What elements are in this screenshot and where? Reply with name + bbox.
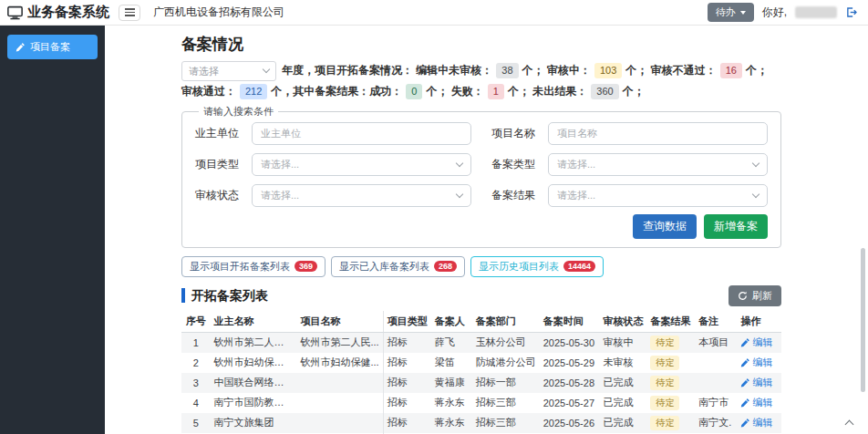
tab-list[interactable]: 显示已入库备案列表268 bbox=[331, 256, 465, 277]
cell-department: 玉林分公司 bbox=[472, 332, 540, 353]
cell-owner-name: 钦州市妇幼保健院 bbox=[210, 353, 296, 373]
table-row: 4南宁市国防教育训...招标蒋永东招标三部2025-05-27已完成待定南宁市编… bbox=[181, 393, 781, 413]
column-header: 备案人 bbox=[431, 311, 472, 333]
cell-no: 4 bbox=[181, 393, 210, 413]
chevron-down-icon bbox=[752, 191, 760, 198]
cell-audit-status: 已完成 bbox=[599, 413, 646, 433]
tab-count-badge: 14464 bbox=[563, 261, 595, 272]
column-header: 业主名称 bbox=[210, 311, 296, 333]
search-field: 项目类型请选择... bbox=[195, 153, 471, 176]
monitor-icon bbox=[7, 5, 23, 20]
cell-department: 招标三部 bbox=[472, 413, 540, 433]
search-field: 备案类型请选择... bbox=[491, 153, 768, 176]
tab-label: 显示项目开拓备案列表 bbox=[190, 260, 290, 274]
edit-link[interactable]: 编辑 bbox=[740, 336, 772, 349]
cell-filing-result: 待定 bbox=[646, 393, 695, 413]
stat-count-badge: 38 bbox=[496, 63, 518, 78]
column-header: 审核状态 bbox=[599, 311, 646, 333]
table-row: 1钦州市第二人民医院钦州市第二人民...招标薛飞玉林分公司2025-05-30审… bbox=[181, 332, 781, 353]
cell-remark bbox=[695, 373, 737, 393]
edit-icon bbox=[740, 358, 749, 367]
cell-no: 1 bbox=[181, 332, 210, 353]
edit-icon bbox=[740, 378, 749, 388]
pending-badge: 待定 bbox=[650, 376, 679, 390]
query-data-button[interactable]: 查询数据 bbox=[633, 214, 697, 239]
stat-count-badge: 16 bbox=[720, 63, 742, 78]
tab-count-badge: 268 bbox=[434, 261, 457, 272]
select-value: 请选择... bbox=[261, 189, 299, 202]
cell-no: 2 bbox=[181, 353, 210, 373]
cell-project-name: 钦州市第二人民... bbox=[296, 332, 383, 353]
sidebar-item-project-filing[interactable]: 项目备案 bbox=[7, 35, 98, 59]
cell-department: 招标一部 bbox=[472, 373, 540, 393]
menu-toggle-button[interactable] bbox=[119, 5, 140, 21]
cell-owner-name: 中国联合网络通信... bbox=[210, 373, 296, 393]
cell-filer: 蒋永东 bbox=[431, 413, 472, 433]
chevron-down-icon bbox=[456, 191, 463, 198]
stats-text: 个； 审核不通过： bbox=[625, 64, 716, 77]
cell-filer: 梁笛 bbox=[431, 353, 472, 373]
add-filing-button[interactable]: 新增备案 bbox=[704, 214, 768, 239]
cell-no: 3 bbox=[181, 373, 210, 393]
stats-summary: 请选择 年度，项目开拓备案情况： 编辑中未审核：38个； 审核中：103个； 审… bbox=[181, 60, 781, 101]
table-row: 2钦州市妇幼保健院钦州市妇幼保健...招标梁笛防城港分公司2025-05-29未… bbox=[181, 353, 781, 373]
todo-label: 待办 bbox=[716, 5, 736, 19]
page-title: 备案情况 bbox=[181, 34, 781, 55]
scrollbar-thumb[interactable] bbox=[861, 248, 865, 392]
cell-remark bbox=[695, 353, 737, 373]
audit-status-select[interactable]: 请选择... bbox=[252, 184, 471, 207]
stat-count-badge: 103 bbox=[594, 63, 622, 78]
edit-link[interactable]: 编辑 bbox=[740, 356, 772, 369]
cell-actions: 编辑 bbox=[737, 332, 781, 353]
cell-filing-result: 待定 bbox=[646, 353, 695, 373]
year-select-value: 请选择 bbox=[189, 61, 219, 81]
cell-actions: 编辑 bbox=[737, 373, 781, 393]
tab-list[interactable]: 显示项目开拓备案列表369 bbox=[181, 256, 326, 277]
cell-department: 招标三部 bbox=[472, 393, 540, 413]
owner-unit-input[interactable] bbox=[252, 122, 471, 145]
edit-icon bbox=[740, 398, 749, 408]
back-to-top-button[interactable] bbox=[846, 415, 852, 431]
field-label: 项目类型 bbox=[195, 157, 252, 172]
edit-link[interactable]: 编辑 bbox=[740, 416, 772, 429]
stat-count-badge: 1 bbox=[488, 84, 504, 99]
project-name-input[interactable] bbox=[548, 122, 768, 145]
greeting-text: 你好, bbox=[762, 5, 787, 20]
cell-filer: 薛飞 bbox=[431, 332, 472, 353]
column-header: 项目名称 bbox=[296, 311, 383, 333]
cell-owner-name: 钦州市第二人民医院 bbox=[210, 332, 296, 353]
cell-filing-date: 2025-05-29 bbox=[540, 353, 600, 373]
search-field: 项目名称 bbox=[491, 122, 768, 145]
list-tabs: 显示项目开拓备案列表369显示已入库备案列表268显示历史项目列表14464 bbox=[181, 256, 781, 277]
cell-filing-date: 2025-05-27 bbox=[540, 393, 600, 413]
chevron-down-icon bbox=[752, 160, 760, 167]
edit-link[interactable]: 编辑 bbox=[740, 376, 772, 389]
stats-text: 个，其中备案结果：成功： bbox=[271, 85, 402, 98]
column-header: 备案部门 bbox=[472, 311, 540, 333]
chevron-down-icon bbox=[456, 160, 463, 167]
app-title: 业务备案系统 bbox=[27, 4, 109, 21]
project-type-select[interactable]: 请选择... bbox=[252, 153, 471, 176]
cell-project-type: 招标 bbox=[383, 353, 431, 373]
sidebar-item-label: 项目备案 bbox=[30, 40, 70, 54]
logout-icon[interactable] bbox=[845, 6, 857, 18]
refresh-button[interactable]: 刷新 bbox=[728, 285, 781, 306]
filing-result-select[interactable]: 请选择... bbox=[548, 184, 768, 207]
company-name: 广西机电设备招标有限公司 bbox=[153, 5, 284, 20]
cell-remark: 南宁市 bbox=[695, 393, 737, 413]
select-value: 请选择... bbox=[557, 158, 595, 171]
cell-project-type: 招标 bbox=[383, 393, 431, 413]
year-select[interactable]: 请选择 bbox=[181, 61, 276, 81]
pending-badge: 待定 bbox=[650, 416, 679, 430]
tab-history-projects[interactable]: 显示历史项目列表14464 bbox=[470, 256, 604, 277]
main-area: 备案情况 请选择 年度，项目开拓备案情况： 编辑中未审核：38个； 审核中：10… bbox=[105, 26, 868, 434]
search-form: 请输入搜索条件 业主单位项目名称项目类型请选择...备案类型请选择...审核状态… bbox=[181, 105, 781, 248]
tab-label: 显示历史项目列表 bbox=[479, 260, 559, 274]
edit-label: 编辑 bbox=[752, 336, 772, 349]
edit-link[interactable]: 编辑 bbox=[740, 396, 772, 409]
sidebar: 项目备案 bbox=[0, 26, 105, 434]
todo-dropdown-button[interactable]: 待办 bbox=[708, 3, 754, 22]
column-header: 备案结果 bbox=[646, 311, 695, 333]
filing-type-select[interactable]: 请选择... bbox=[548, 153, 768, 176]
chevron-up-icon bbox=[845, 420, 854, 429]
